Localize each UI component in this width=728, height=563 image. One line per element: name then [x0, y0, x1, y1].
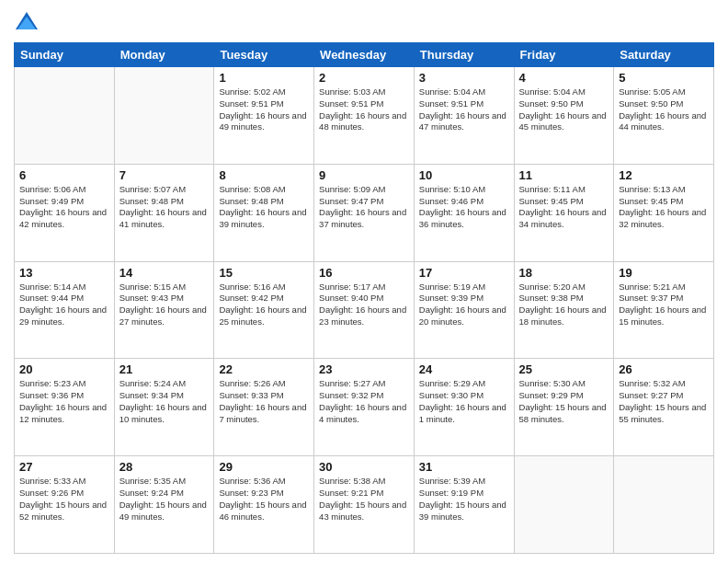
day-number: 9	[319, 168, 409, 182]
day-number: 8	[219, 168, 309, 182]
day-info: Sunrise: 5:07 AM Sunset: 9:48 PM Dayligh…	[119, 184, 210, 231]
day-info: Sunrise: 5:38 AM Sunset: 9:21 PM Dayligh…	[319, 476, 409, 523]
day-info: Sunrise: 5:09 AM Sunset: 9:47 PM Dayligh…	[319, 184, 409, 231]
calendar-cell: 13Sunrise: 5:14 AM Sunset: 9:44 PM Dayli…	[15, 261, 115, 359]
calendar-cell: 4Sunrise: 5:04 AM Sunset: 9:50 PM Daylig…	[514, 67, 614, 165]
calendar-cell: 22Sunrise: 5:26 AM Sunset: 9:33 PM Dayli…	[214, 359, 314, 456]
header	[14, 9, 714, 35]
calendar-cell	[114, 67, 214, 165]
calendar-cell: 16Sunrise: 5:17 AM Sunset: 9:40 PM Dayli…	[314, 261, 415, 359]
day-number: 24	[419, 362, 509, 376]
day-number: 21	[119, 362, 210, 376]
day-info: Sunrise: 5:11 AM Sunset: 9:45 PM Dayligh…	[519, 184, 609, 231]
day-info: Sunrise: 5:29 AM Sunset: 9:30 PM Dayligh…	[419, 378, 509, 425]
day-info: Sunrise: 5:35 AM Sunset: 9:24 PM Dayligh…	[119, 476, 210, 523]
day-number: 12	[619, 168, 709, 182]
day-number: 31	[419, 460, 509, 474]
calendar-cell: 30Sunrise: 5:38 AM Sunset: 9:21 PM Dayli…	[314, 456, 415, 554]
calendar-cell: 14Sunrise: 5:15 AM Sunset: 9:43 PM Dayli…	[114, 261, 214, 359]
logo-icon	[14, 9, 40, 35]
calendar-cell: 2Sunrise: 5:03 AM Sunset: 9:51 PM Daylig…	[314, 67, 415, 165]
calendar-day-header: Thursday	[414, 43, 514, 67]
calendar-cell: 19Sunrise: 5:21 AM Sunset: 9:37 PM Dayli…	[614, 261, 714, 359]
calendar-day-header: Monday	[114, 43, 214, 67]
calendar-week-row: 27Sunrise: 5:33 AM Sunset: 9:26 PM Dayli…	[15, 456, 714, 554]
day-number: 1	[219, 71, 309, 85]
day-info: Sunrise: 5:32 AM Sunset: 9:27 PM Dayligh…	[619, 378, 709, 425]
calendar-cell	[514, 456, 614, 554]
day-number: 10	[419, 168, 509, 182]
calendar-week-row: 6Sunrise: 5:06 AM Sunset: 9:49 PM Daylig…	[15, 164, 714, 261]
day-info: Sunrise: 5:03 AM Sunset: 9:51 PM Dayligh…	[319, 86, 409, 133]
day-info: Sunrise: 5:05 AM Sunset: 9:50 PM Dayligh…	[619, 86, 709, 133]
day-info: Sunrise: 5:23 AM Sunset: 9:36 PM Dayligh…	[19, 378, 109, 425]
day-number: 17	[419, 266, 509, 280]
calendar-day-header: Friday	[514, 43, 614, 67]
calendar-cell	[15, 67, 115, 165]
calendar-cell: 27Sunrise: 5:33 AM Sunset: 9:26 PM Dayli…	[15, 456, 115, 554]
day-number: 27	[19, 460, 109, 474]
day-number: 26	[619, 362, 709, 376]
calendar-cell: 3Sunrise: 5:04 AM Sunset: 9:51 PM Daylig…	[414, 67, 514, 165]
calendar-day-header: Tuesday	[214, 43, 314, 67]
calendar-cell: 29Sunrise: 5:36 AM Sunset: 9:23 PM Dayli…	[214, 456, 314, 554]
day-number: 6	[19, 168, 109, 182]
day-number: 18	[519, 266, 609, 280]
calendar-week-row: 1Sunrise: 5:02 AM Sunset: 9:51 PM Daylig…	[15, 67, 714, 165]
day-info: Sunrise: 5:08 AM Sunset: 9:48 PM Dayligh…	[219, 184, 309, 231]
calendar-cell: 5Sunrise: 5:05 AM Sunset: 9:50 PM Daylig…	[614, 67, 714, 165]
day-info: Sunrise: 5:33 AM Sunset: 9:26 PM Dayligh…	[19, 476, 109, 523]
calendar-cell: 26Sunrise: 5:32 AM Sunset: 9:27 PM Dayli…	[614, 359, 714, 456]
calendar-cell	[614, 456, 714, 554]
calendar-cell: 18Sunrise: 5:20 AM Sunset: 9:38 PM Dayli…	[514, 261, 614, 359]
day-number: 2	[319, 71, 409, 85]
calendar-table: SundayMondayTuesdayWednesdayThursdayFrid…	[14, 42, 714, 554]
day-info: Sunrise: 5:10 AM Sunset: 9:46 PM Dayligh…	[419, 184, 509, 231]
day-number: 19	[619, 266, 709, 280]
day-info: Sunrise: 5:36 AM Sunset: 9:23 PM Dayligh…	[219, 476, 309, 523]
day-number: 13	[19, 266, 109, 280]
day-info: Sunrise: 5:04 AM Sunset: 9:51 PM Dayligh…	[419, 86, 509, 133]
day-info: Sunrise: 5:39 AM Sunset: 9:19 PM Dayligh…	[419, 476, 509, 523]
day-number: 25	[519, 362, 609, 376]
day-number: 16	[319, 266, 409, 280]
day-info: Sunrise: 5:19 AM Sunset: 9:39 PM Dayligh…	[419, 282, 509, 328]
calendar-cell: 28Sunrise: 5:35 AM Sunset: 9:24 PM Dayli…	[114, 456, 214, 554]
day-number: 28	[119, 460, 210, 474]
calendar-cell: 10Sunrise: 5:10 AM Sunset: 9:46 PM Dayli…	[414, 164, 514, 261]
day-info: Sunrise: 5:15 AM Sunset: 9:43 PM Dayligh…	[119, 282, 210, 328]
day-info: Sunrise: 5:14 AM Sunset: 9:44 PM Dayligh…	[19, 282, 109, 328]
day-info: Sunrise: 5:17 AM Sunset: 9:40 PM Dayligh…	[319, 282, 409, 328]
day-number: 3	[419, 71, 509, 85]
day-number: 22	[219, 362, 309, 376]
calendar-cell: 11Sunrise: 5:11 AM Sunset: 9:45 PM Dayli…	[514, 164, 614, 261]
calendar-cell: 20Sunrise: 5:23 AM Sunset: 9:36 PM Dayli…	[15, 359, 115, 456]
day-info: Sunrise: 5:20 AM Sunset: 9:38 PM Dayligh…	[519, 282, 609, 328]
day-number: 7	[119, 168, 210, 182]
day-info: Sunrise: 5:04 AM Sunset: 9:50 PM Dayligh…	[519, 86, 609, 133]
calendar-cell: 21Sunrise: 5:24 AM Sunset: 9:34 PM Dayli…	[114, 359, 214, 456]
calendar-day-header: Saturday	[614, 43, 714, 67]
day-number: 30	[319, 460, 409, 474]
day-info: Sunrise: 5:06 AM Sunset: 9:49 PM Dayligh…	[19, 184, 109, 231]
calendar-header-row: SundayMondayTuesdayWednesdayThursdayFrid…	[15, 43, 714, 67]
page: SundayMondayTuesdayWednesdayThursdayFrid…	[0, 0, 728, 563]
day-info: Sunrise: 5:24 AM Sunset: 9:34 PM Dayligh…	[119, 378, 210, 425]
calendar-cell: 23Sunrise: 5:27 AM Sunset: 9:32 PM Dayli…	[314, 359, 415, 456]
day-number: 20	[19, 362, 109, 376]
calendar-cell: 25Sunrise: 5:30 AM Sunset: 9:29 PM Dayli…	[514, 359, 614, 456]
calendar-cell: 9Sunrise: 5:09 AM Sunset: 9:47 PM Daylig…	[314, 164, 415, 261]
day-number: 4	[519, 71, 609, 85]
day-number: 15	[219, 266, 309, 280]
calendar-cell: 12Sunrise: 5:13 AM Sunset: 9:45 PM Dayli…	[614, 164, 714, 261]
calendar-cell: 1Sunrise: 5:02 AM Sunset: 9:51 PM Daylig…	[214, 67, 314, 165]
calendar-cell: 8Sunrise: 5:08 AM Sunset: 9:48 PM Daylig…	[214, 164, 314, 261]
calendar-cell: 31Sunrise: 5:39 AM Sunset: 9:19 PM Dayli…	[414, 456, 514, 554]
calendar-week-row: 13Sunrise: 5:14 AM Sunset: 9:44 PM Dayli…	[15, 261, 714, 359]
day-number: 11	[519, 168, 609, 182]
day-info: Sunrise: 5:16 AM Sunset: 9:42 PM Dayligh…	[219, 282, 309, 328]
day-number: 23	[319, 362, 409, 376]
day-number: 14	[119, 266, 210, 280]
day-info: Sunrise: 5:13 AM Sunset: 9:45 PM Dayligh…	[619, 184, 709, 231]
calendar-cell: 7Sunrise: 5:07 AM Sunset: 9:48 PM Daylig…	[114, 164, 214, 261]
